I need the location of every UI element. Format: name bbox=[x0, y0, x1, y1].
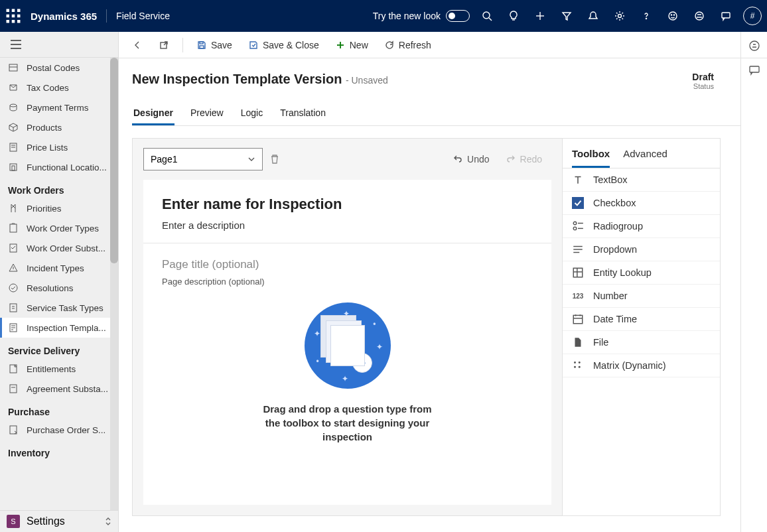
svg-rect-1 bbox=[12, 9, 15, 13]
nav-work-order-types[interactable]: Work Order Types bbox=[0, 218, 118, 238]
open-in-new-icon[interactable] bbox=[152, 37, 176, 53]
nav-resolutions[interactable]: Resolutions bbox=[0, 278, 118, 298]
tab-logic[interactable]: Logic bbox=[240, 102, 264, 125]
nav-priorities[interactable]: Priorities bbox=[0, 198, 118, 218]
area-badge: S bbox=[7, 515, 20, 528]
delete-page-icon[interactable] bbox=[269, 154, 280, 165]
tab-translation[interactable]: Translation bbox=[279, 102, 327, 125]
tool-checkbox[interactable]: Checkbox bbox=[563, 192, 720, 215]
new-button[interactable]: New bbox=[328, 37, 375, 53]
sidebar-scrollbar[interactable] bbox=[110, 58, 118, 510]
refresh-button[interactable]: Refresh bbox=[378, 37, 438, 53]
settings-gear-icon[interactable] bbox=[606, 0, 633, 32]
checkbox-icon bbox=[572, 197, 584, 209]
svg-point-68 bbox=[574, 366, 576, 368]
svg-rect-36 bbox=[10, 304, 17, 312]
page-title-input[interactable]: Page title (optional) bbox=[162, 258, 533, 271]
save-close-button[interactable]: Save & Close bbox=[242, 37, 326, 53]
save-button[interactable]: Save bbox=[190, 37, 239, 53]
svg-rect-31 bbox=[12, 166, 15, 170]
nav-service-task-types[interactable]: Service Task Types bbox=[0, 298, 118, 318]
tool-matrix[interactable]: Matrix (Dynamic) bbox=[563, 354, 720, 377]
nav-section-purchase: Purchase bbox=[0, 399, 118, 420]
svg-rect-20 bbox=[722, 13, 730, 18]
tab-designer[interactable]: Designer bbox=[132, 102, 174, 125]
nav-inspection-templates[interactable]: Inspection Templa... bbox=[0, 318, 118, 338]
toolbox-tab-toolbox[interactable]: Toolbox bbox=[572, 148, 610, 168]
nav-incident-types[interactable]: Incident Types bbox=[0, 258, 118, 278]
empty-illustration: ✦ ✦ ✦ ✦ • • ＋ bbox=[305, 302, 391, 389]
svg-rect-2 bbox=[17, 9, 21, 13]
nav-price-lists[interactable]: Price Lists bbox=[0, 137, 118, 157]
related-icon[interactable] bbox=[748, 64, 760, 76]
toolbox-tab-advanced[interactable]: Advanced bbox=[623, 148, 667, 168]
svg-rect-24 bbox=[9, 64, 17, 71]
chat-icon[interactable] bbox=[713, 0, 739, 32]
tool-datetime[interactable]: Date Time bbox=[563, 308, 720, 331]
nav-agreement-substatuses[interactable]: Agreement Substa... bbox=[0, 379, 118, 399]
matrix-icon bbox=[572, 360, 584, 371]
svg-rect-71 bbox=[750, 66, 759, 72]
inspection-description-input[interactable]: Enter a description bbox=[162, 220, 533, 231]
hamburger-icon[interactable] bbox=[0, 37, 118, 52]
svg-rect-48 bbox=[200, 42, 203, 44]
svg-rect-5 bbox=[17, 15, 21, 18]
page-select[interactable]: Page1 bbox=[143, 148, 263, 170]
divider bbox=[106, 9, 107, 23]
nav-payment-terms[interactable]: Payment Terms bbox=[0, 98, 118, 117]
search-icon[interactable] bbox=[474, 0, 500, 32]
svg-point-35 bbox=[9, 284, 17, 292]
lightbulb-icon[interactable] bbox=[500, 0, 527, 32]
nav-work-order-substatuses[interactable]: Work Order Subst... bbox=[0, 238, 118, 258]
try-new-look[interactable]: Try the new look bbox=[373, 10, 470, 22]
svg-rect-0 bbox=[7, 9, 10, 13]
svg-rect-62 bbox=[573, 315, 583, 323]
tool-dropdown[interactable]: Dropdown bbox=[563, 238, 720, 261]
inspection-name-input[interactable]: Enter name for Inspection bbox=[162, 196, 533, 213]
back-button[interactable] bbox=[125, 37, 149, 53]
svg-rect-3 bbox=[7, 15, 10, 18]
page-description-input[interactable]: Page description (optional) bbox=[162, 277, 533, 287]
brand-label[interactable]: Dynamics 365 bbox=[31, 11, 97, 22]
nav-tax-codes[interactable]: Tax Codes bbox=[0, 78, 118, 98]
status-label: Status bbox=[692, 82, 714, 90]
nav-functional-locations[interactable]: Functional Locatio... bbox=[0, 157, 118, 177]
tool-number[interactable]: 123Number bbox=[563, 285, 720, 308]
svg-point-16 bbox=[669, 12, 677, 20]
help-icon[interactable] bbox=[633, 0, 660, 32]
nav-postal-codes[interactable]: Postal Codes bbox=[0, 58, 118, 78]
nav-products[interactable]: Products bbox=[0, 117, 118, 137]
svg-point-66 bbox=[574, 362, 576, 364]
app-switch-icon[interactable] bbox=[686, 0, 713, 32]
tool-file[interactable]: File bbox=[563, 331, 720, 354]
empty-state-text: Drag and drop a question type from the t… bbox=[255, 402, 441, 444]
empty-state: ✦ ✦ ✦ ✦ • • ＋ Drag and drop a question t… bbox=[162, 300, 533, 444]
designer-canvas[interactable]: Enter name for Inspection Enter a descri… bbox=[143, 180, 551, 505]
area-switcher[interactable]: S Settings bbox=[0, 510, 118, 532]
file-icon bbox=[572, 336, 584, 348]
svg-point-14 bbox=[618, 15, 622, 18]
copilot-icon[interactable] bbox=[748, 40, 760, 52]
tab-preview[interactable]: Preview bbox=[189, 102, 225, 125]
add-icon[interactable] bbox=[527, 0, 553, 32]
designer-panel: Page1 Undo Redo Enter name for Inspectio… bbox=[132, 138, 721, 516]
try-new-look-toggle[interactable] bbox=[446, 10, 470, 22]
app-name[interactable]: Field Service bbox=[116, 11, 170, 21]
user-avatar[interactable]: # bbox=[743, 7, 762, 25]
notification-icon[interactable] bbox=[580, 0, 606, 32]
svg-rect-30 bbox=[10, 164, 17, 170]
svg-rect-7 bbox=[12, 20, 15, 23]
tool-textbox[interactable]: TextBox bbox=[563, 168, 720, 192]
nav-entitlements[interactable]: Entitlements bbox=[0, 359, 118, 379]
undo-button[interactable]: Undo bbox=[453, 154, 489, 165]
tool-entity-lookup[interactable]: Entity Lookup bbox=[563, 261, 720, 285]
svg-point-70 bbox=[750, 41, 759, 50]
smiley-icon[interactable] bbox=[660, 0, 686, 32]
app-launcher-icon[interactable] bbox=[5, 8, 21, 24]
svg-point-52 bbox=[573, 222, 577, 225]
command-bar: Save Save & Close New Refresh bbox=[119, 32, 767, 58]
tool-radiogroup[interactable]: Radiogroup bbox=[563, 215, 720, 238]
nav-purchase-order-substatuses[interactable]: Purchase Order S... bbox=[0, 420, 118, 440]
filter-icon[interactable] bbox=[553, 0, 580, 32]
svg-point-9 bbox=[483, 12, 490, 19]
